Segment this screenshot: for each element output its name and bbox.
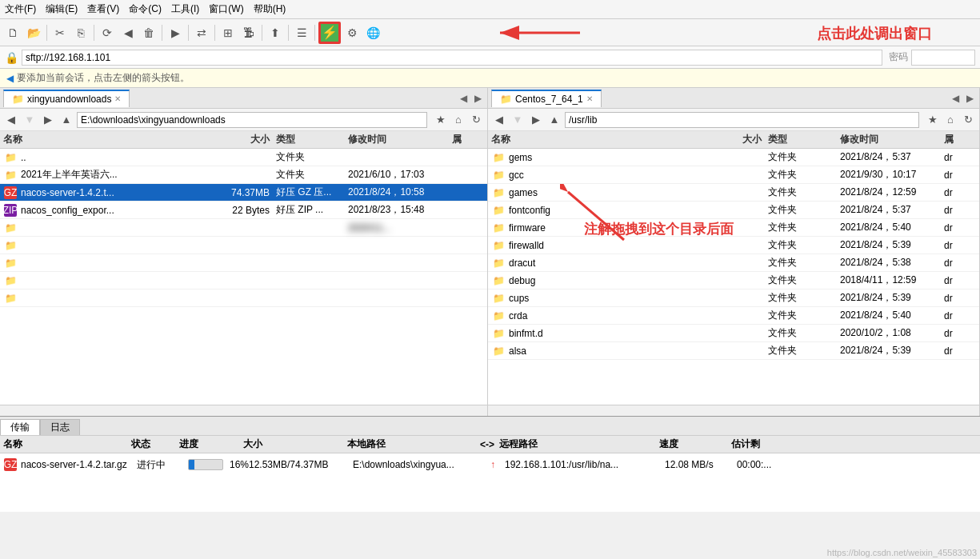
- toolbar-sync-btn[interactable]: ⊞: [218, 23, 238, 42]
- arrow-icon: ◀: [6, 73, 14, 84]
- right-forward-btn[interactable]: ▶: [528, 112, 544, 128]
- right-file-row[interactable]: 📁 crda 文件夹 2021/8/24，5:40 dr: [488, 307, 979, 325]
- menu-view[interactable]: 查看(V): [87, 2, 119, 16]
- right-file-row[interactable]: 📁 games 文件夹 2021/8/24，12:59 dr: [488, 184, 979, 202]
- right-back-btn[interactable]: ◀: [491, 112, 507, 128]
- toolbar-back-btn[interactable]: ◀: [118, 23, 138, 42]
- left-home-btn[interactable]: ⌂: [450, 112, 466, 128]
- left-header-size[interactable]: 大小: [212, 133, 276, 146]
- transfer-tabs: 传输 日志: [0, 417, 980, 436]
- left-file-row[interactable]: 📁 2020/11...: [0, 219, 487, 237]
- toolbar-archive-btn[interactable]: 🗜: [239, 23, 258, 42]
- menu-tools[interactable]: 工具(I): [171, 2, 199, 16]
- toolbar-new-btn[interactable]: 🗋: [3, 23, 22, 42]
- left-up-btn[interactable]: ▲: [58, 112, 74, 128]
- address-bar: 🔒 密码: [0, 46, 980, 69]
- right-file-row[interactable]: 📁 fontconfig 文件夹 2021/8/24，5:37 dr: [488, 202, 979, 219]
- left-file-row[interactable]: 📁: [0, 289, 487, 307]
- menu-help[interactable]: 帮助(H): [254, 2, 286, 16]
- right-tab-close[interactable]: ✕: [586, 94, 593, 103]
- right-tab-active[interactable]: 📁 Centos_7_64_1 ✕: [491, 90, 602, 107]
- th-speed: 速度: [659, 437, 731, 451]
- right-bookmark-btn[interactable]: ★: [925, 112, 941, 128]
- toolbar-transfer-btn[interactable]: ⇄: [192, 23, 211, 42]
- right-file-row[interactable]: 📁 debug 文件夹 2018/4/11，12:59 dr: [488, 272, 979, 289]
- left-file-list: 📁 .. 文件夹 📁 2021年上半年英语六... 文件夹 2021/6/10，…: [0, 149, 487, 405]
- left-refresh-btn[interactable]: ↻: [468, 112, 484, 128]
- left-back-btn[interactable]: ◀: [3, 112, 19, 128]
- toolbar-delete-btn[interactable]: 🗑: [139, 23, 158, 42]
- right-tab-nav: ◀ ▶: [949, 92, 979, 105]
- transfer-row[interactable]: GZ nacos-server-1.4.2.tar.gz 进行中 16% 12.…: [0, 453, 980, 476]
- right-file-row[interactable]: 📁 firmware 文件夹 2021/8/24，5:40 dr: [488, 219, 979, 237]
- right-header-attr[interactable]: 属: [944, 133, 976, 146]
- toolbar-filter-btn[interactable]: ☰: [292, 23, 311, 42]
- right-up-btn[interactable]: ▲: [546, 112, 562, 128]
- right-header-type[interactable]: 类型: [768, 133, 840, 146]
- right-tab-prev[interactable]: ◀: [949, 92, 962, 105]
- left-nav-icons: ★ ⌂ ↻: [433, 112, 484, 128]
- transfer-tab-log[interactable]: 日志: [40, 419, 80, 435]
- svg-text:GZ: GZ: [4, 459, 18, 470]
- toolbar-refresh-btn[interactable]: ⟳: [98, 23, 117, 42]
- toolbar-open-btn[interactable]: 📂: [24, 23, 43, 42]
- left-hscroll[interactable]: [0, 405, 487, 416]
- file-attr: dr: [944, 328, 976, 339]
- left-file-row[interactable]: GZ nacos-server-1.4.2.t... 74.37MB 好压 GZ…: [0, 184, 487, 202]
- right-file-row[interactable]: 📁 dracut 文件夹 2021/8/24，5:38 dr: [488, 254, 979, 272]
- left-header-mtime[interactable]: 修改时间: [348, 133, 452, 146]
- transfer-tab-queue[interactable]: 传输: [0, 419, 40, 435]
- left-file-row[interactable]: ZIP nacos_config_expor... 22 Bytes 好压 ZI…: [0, 202, 487, 219]
- right-hscroll[interactable]: [488, 405, 979, 416]
- right-refresh-btn[interactable]: ↻: [960, 112, 976, 128]
- left-header-attr[interactable]: 属: [452, 133, 484, 146]
- toolbar-play-btn[interactable]: ▶: [166, 23, 185, 42]
- right-path-input[interactable]: [565, 112, 919, 128]
- password-input[interactable]: [911, 50, 975, 66]
- file-name: cups: [509, 293, 704, 304]
- right-home-btn[interactable]: ⌂: [942, 112, 958, 128]
- url-input[interactable]: [22, 50, 882, 66]
- right-header-size[interactable]: 大小: [704, 133, 768, 146]
- left-header-type[interactable]: 类型: [276, 133, 348, 146]
- right-tab-next[interactable]: ▶: [963, 92, 976, 105]
- left-bookmark-btn[interactable]: ★: [433, 112, 449, 128]
- right-header-mtime[interactable]: 修改时间: [840, 133, 944, 146]
- toolbar-copy-btn[interactable]: ⎘: [71, 23, 90, 42]
- left-file-row[interactable]: 📁 .. 文件夹: [0, 149, 487, 166]
- menu-edit[interactable]: 编辑(E): [46, 2, 78, 16]
- left-tab-close[interactable]: ✕: [114, 94, 121, 103]
- left-forward-btn[interactable]: ▶: [40, 112, 56, 128]
- toolbar-upload-btn[interactable]: ⬆: [266, 23, 285, 42]
- right-down-btn[interactable]: ▼: [510, 112, 526, 128]
- right-header-name[interactable]: 名称: [491, 133, 704, 146]
- toolbar-network-btn[interactable]: 🌐: [363, 23, 382, 42]
- right-file-row[interactable]: 📁 alsa 文件夹 2021/8/24，5:39 dr: [488, 342, 979, 360]
- th-eta: 估计剩: [731, 437, 977, 451]
- left-file-row[interactable]: 📁: [0, 237, 487, 254]
- left-header-name[interactable]: 名称: [3, 133, 212, 146]
- file-mtime: 2021/8/24，5:39: [840, 344, 944, 357]
- right-file-row[interactable]: 📁 firewalld 文件夹 2021/8/24，5:39 dr: [488, 237, 979, 254]
- left-tab-label: xingyuandownloads: [27, 94, 111, 105]
- toolbar-cut-btn[interactable]: ✂: [50, 23, 70, 42]
- left-file-row[interactable]: 📁 2021年上半年英语六... 文件夹 2021/6/10，17:03: [0, 166, 487, 184]
- left-tab-active[interactable]: 📁 xingyuandownloads ✕: [3, 90, 130, 107]
- menu-window[interactable]: 窗口(W): [209, 2, 243, 16]
- left-tab-next[interactable]: ▶: [471, 92, 484, 105]
- right-file-row[interactable]: 📁 binfmt.d 文件夹 2020/10/2，1:08 dr: [488, 325, 979, 342]
- menu-file[interactable]: 文件(F): [5, 2, 36, 16]
- session-manager-btn[interactable]: ⚡: [318, 22, 341, 44]
- left-file-row[interactable]: 📁: [0, 254, 487, 272]
- right-file-row[interactable]: 📁 cups 文件夹 2021/8/24，5:39 dr: [488, 289, 979, 307]
- left-down-btn[interactable]: ▼: [22, 112, 38, 128]
- toolbar-settings-btn[interactable]: ⚙: [342, 23, 362, 42]
- menu-command[interactable]: 命令(C): [129, 2, 162, 16]
- left-tab-prev[interactable]: ◀: [457, 92, 470, 105]
- left-path-input[interactable]: [77, 112, 427, 128]
- left-file-row[interactable]: 📁: [0, 272, 487, 289]
- th-local: 本地路径: [347, 437, 475, 451]
- file-mtime: 2021/9/30，10:17: [840, 168, 944, 182]
- right-file-row[interactable]: 📁 gcc 文件夹 2021/9/30，10:17 dr: [488, 166, 979, 184]
- right-file-row[interactable]: 📁 gems 文件夹 2021/8/24，5:37 dr: [488, 149, 979, 166]
